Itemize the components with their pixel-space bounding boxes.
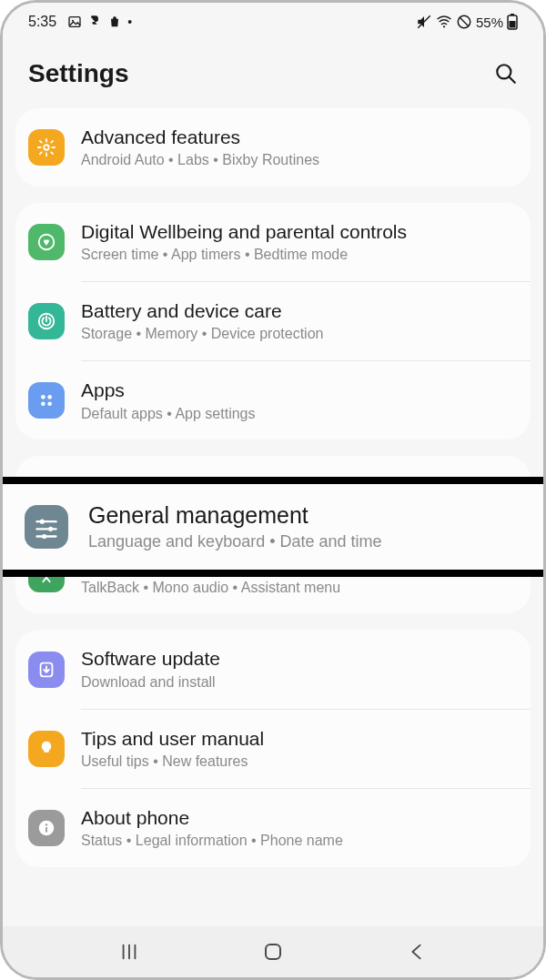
search-icon[interactable] xyxy=(494,62,518,86)
svg-point-25 xyxy=(40,520,45,524)
image-icon xyxy=(67,15,82,29)
svg-point-17 xyxy=(41,402,46,407)
back-button[interactable] xyxy=(405,940,429,964)
apps-subtitle: Default apps • App settings xyxy=(81,405,518,424)
svg-point-16 xyxy=(47,395,52,399)
svg-point-15 xyxy=(41,395,46,399)
svg-point-29 xyxy=(42,534,46,539)
software-update-icon xyxy=(28,652,65,688)
tips-subtitle: Useful tips • New features xyxy=(81,753,518,772)
advanced-features-icon xyxy=(28,129,65,166)
battery-care-icon xyxy=(28,303,65,339)
settings-group: Digital Wellbeing and parental controlsS… xyxy=(15,203,531,439)
status-bar: 5:35 • 55% xyxy=(3,3,543,35)
navigation-bar xyxy=(3,926,543,977)
battery-care-row[interactable]: Battery and device careStorage • Memory … xyxy=(15,282,531,360)
battery-icon xyxy=(507,14,518,30)
mute-icon xyxy=(416,14,432,30)
tips-title: Tips and user manual xyxy=(81,726,518,751)
page-title: Settings xyxy=(28,59,128,88)
general-management-row[interactable]: General management Language and keyboard… xyxy=(3,484,543,570)
bag-icon xyxy=(107,15,122,29)
svg-point-3 xyxy=(443,25,445,27)
digital-wellbeing-title: Digital Wellbeing and parental controls xyxy=(81,219,518,244)
apps-row[interactable]: AppsDefault apps • App settings xyxy=(15,361,531,439)
svg-rect-23 xyxy=(46,827,47,833)
tips-icon xyxy=(28,731,65,767)
svg-point-27 xyxy=(48,527,53,531)
status-left: 5:35 • xyxy=(28,14,132,30)
svg-rect-33 xyxy=(266,945,280,959)
svg-point-22 xyxy=(46,823,47,825)
about-phone-subtitle: Status • Legal information • Phone name xyxy=(81,832,518,851)
about-phone-icon xyxy=(28,810,65,846)
header: Settings xyxy=(3,35,543,108)
status-time: 5:35 xyxy=(28,14,56,30)
recents-button[interactable] xyxy=(117,940,141,964)
general-management-text: General management Language and keyboard… xyxy=(88,502,521,551)
advanced-features-title: Advanced features xyxy=(81,125,518,149)
digital-wellbeing-subtitle: Screen time • App timers • Bedtime mode xyxy=(81,246,518,265)
no-data-icon xyxy=(456,14,472,30)
apps-icon xyxy=(28,382,65,419)
software-update-text: Software updateDownload and install xyxy=(81,646,518,692)
software-update-title: Software update xyxy=(81,646,518,671)
status-right: 55% xyxy=(416,14,518,30)
settings-group: Software updateDownload and installTips … xyxy=(15,630,531,866)
phone-frame: 5:35 • 55% Settings Advanced featuresAnd… xyxy=(0,0,546,980)
about-phone-text: About phoneStatus • Legal information • … xyxy=(81,805,518,851)
wifi-icon xyxy=(436,14,452,30)
general-management-sub: Language and keyboard • Date and time xyxy=(88,532,521,551)
svg-line-10 xyxy=(509,76,515,83)
tips-text: Tips and user manualUseful tips • New fe… xyxy=(81,726,518,772)
battery-care-text: Battery and device careStorage • Memory … xyxy=(81,298,518,344)
software-update-row[interactable]: Software updateDownload and install xyxy=(15,630,531,708)
tips-row[interactable]: Tips and user manualUseful tips • New fe… xyxy=(15,710,531,788)
accessibility-subtitle: TalkBack • Mono audio • Assistant menu xyxy=(81,579,518,598)
apps-title: Apps xyxy=(81,378,518,402)
battery-text: 55% xyxy=(476,15,503,30)
general-management-title: General management xyxy=(88,502,521,529)
about-phone-row[interactable]: About phoneStatus • Legal information • … xyxy=(15,789,531,867)
battery-care-title: Battery and device care xyxy=(81,298,518,323)
svg-rect-7 xyxy=(511,14,514,15)
home-button[interactable] xyxy=(261,940,285,964)
advanced-features-row[interactable]: Advanced featuresAndroid Auto • Labs • B… xyxy=(15,108,531,187)
svg-point-11 xyxy=(44,145,49,150)
svg-rect-8 xyxy=(510,21,516,28)
sliders-icon xyxy=(25,505,68,549)
more-dot-icon: • xyxy=(127,15,132,29)
digital-wellbeing-icon xyxy=(28,224,65,260)
advanced-features-subtitle: Android Auto • Labs • Bixby Routines xyxy=(81,151,518,170)
svg-point-18 xyxy=(47,402,52,407)
bixby-icon xyxy=(87,15,102,29)
highlight-general-management[interactable]: General management Language and keyboard… xyxy=(3,477,543,577)
digital-wellbeing-row[interactable]: Digital Wellbeing and parental controlsS… xyxy=(15,203,531,281)
software-update-subtitle: Download and install xyxy=(81,673,518,692)
svg-line-5 xyxy=(460,17,470,27)
about-phone-title: About phone xyxy=(81,805,518,830)
advanced-features-text: Advanced featuresAndroid Auto • Labs • B… xyxy=(81,125,518,170)
apps-text: AppsDefault apps • App settings xyxy=(81,378,518,423)
battery-care-subtitle: Storage • Memory • Device protection xyxy=(81,325,518,344)
settings-group: Advanced featuresAndroid Auto • Labs • B… xyxy=(15,108,531,187)
digital-wellbeing-text: Digital Wellbeing and parental controlsS… xyxy=(81,219,518,265)
